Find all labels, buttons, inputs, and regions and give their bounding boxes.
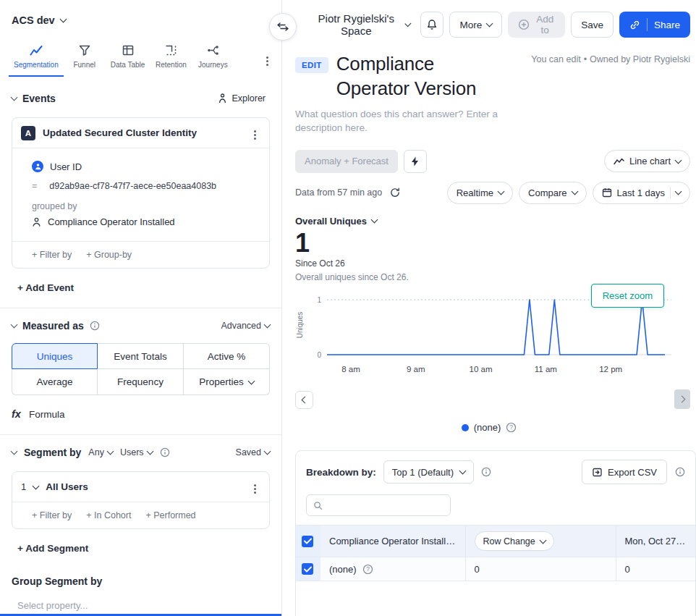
chart-type-selector[interactable]: Line chart — [604, 150, 690, 172]
group-by-button[interactable]: + Group-by — [86, 250, 132, 260]
segment-menu-button[interactable] — [250, 478, 260, 495]
top-bar: Piotr Rygielski's Space More Ad — [295, 12, 696, 38]
users-label: Users — [120, 447, 144, 457]
realtime-dropdown[interactable]: Realtime — [447, 182, 513, 204]
measure-frequency-button[interactable]: Frequency — [98, 369, 184, 395]
title-row: EDIT Compliance Operator Version You can… — [295, 52, 696, 101]
share-button[interactable]: Share — [619, 12, 690, 38]
segment-number: 1 — [21, 481, 26, 492]
chevron-down-icon — [675, 156, 682, 164]
formula-button[interactable]: fx Formula — [0, 395, 76, 420]
row-change-selector[interactable]: Row Change — [475, 531, 554, 551]
date-range-label: Last 1 days — [617, 187, 666, 198]
measure-properties-button[interactable]: Properties — [184, 369, 270, 395]
reset-zoom-button[interactable]: Reset zoom — [591, 284, 664, 308]
chevron-down-icon — [11, 94, 18, 101]
measure-active-pct-button[interactable]: Active % — [184, 343, 270, 369]
project-selector[interactable]: ACS dev — [0, 0, 281, 35]
segment-by-title: Segment by — [24, 447, 81, 458]
breakdown-label: Breakdown by: — [306, 467, 376, 478]
breakdown-header: Breakdown by: Top 1 (Default) Export CSV — [296, 451, 695, 493]
segment-in-cohort-button[interactable]: + In Cohort — [86, 510, 131, 520]
chevron-down-icon — [146, 448, 153, 455]
add-to-button[interactable]: Add to — [508, 12, 565, 38]
formula-label: Formula — [29, 409, 65, 420]
tab-funnel[interactable]: Funnel — [64, 41, 106, 77]
breakdown-search[interactable] — [306, 494, 451, 516]
collapse-sidebar-button[interactable] — [269, 13, 297, 41]
lightning-icon — [411, 156, 419, 166]
select-all-checkbox[interactable] — [302, 536, 313, 547]
refresh-button[interactable] — [389, 186, 402, 199]
retention-icon — [165, 45, 177, 56]
measured-as-header: Measured as Advanced — [0, 308, 281, 340]
breakdown-actions: Export CSV — [582, 460, 685, 484]
collapse-events-button[interactable] — [12, 97, 17, 100]
date-range-selector[interactable]: Last 1 days — [593, 182, 691, 204]
info-icon[interactable] — [160, 447, 170, 457]
chart-legend: (none) ? — [295, 422, 683, 433]
svg-text:?: ? — [509, 424, 513, 431]
collapse-measured-button[interactable] — [12, 324, 17, 327]
segment-performed-button[interactable]: + Performed — [145, 510, 195, 520]
info-icon[interactable] — [481, 467, 491, 477]
table-row: (none) ? 0 0 — [296, 557, 695, 581]
row-checkbox[interactable] — [302, 563, 313, 575]
breakdown-selector[interactable]: Top 1 (Default) — [383, 460, 474, 484]
space-selector[interactable]: Piotr Rygielski's Space — [307, 12, 415, 38]
collapse-segment-button[interactable] — [12, 451, 17, 454]
save-button[interactable]: Save — [571, 12, 614, 38]
more-chart-types-button[interactable] — [260, 46, 274, 72]
segment-name: All Users — [46, 481, 242, 492]
segment-users-dropdown[interactable]: Users — [120, 447, 153, 457]
info-icon[interactable] — [675, 467, 685, 477]
row-name: (none) — [329, 564, 357, 575]
tab-label: Retention — [156, 61, 187, 69]
measure-event-totals-button[interactable]: Event Totals — [98, 343, 184, 369]
select-property-input[interactable]: Select property... — [0, 587, 99, 611]
chart-title[interactable]: Compliance Operator Version — [336, 52, 510, 101]
chevron-down-icon — [59, 16, 67, 23]
tab-data-table[interactable]: Data Table — [106, 41, 150, 77]
help-icon[interactable]: ? — [506, 422, 517, 433]
help-icon[interactable]: ? — [362, 564, 373, 575]
description-placeholder[interactable]: What question does this chart answer? En… — [295, 107, 538, 135]
group-property-row[interactable]: Compliance Operator Installed — [32, 216, 260, 227]
next-page-button[interactable] — [674, 389, 690, 409]
advanced-label: Advanced — [221, 321, 261, 331]
bell-icon — [426, 19, 438, 30]
tab-segmentation[interactable]: Segmentation — [9, 41, 64, 77]
saved-segments-dropdown[interactable]: Saved — [236, 447, 270, 457]
more-button[interactable]: More — [449, 12, 502, 38]
measure-average-button[interactable]: Average — [12, 369, 98, 395]
segment-filter-by-button[interactable]: + Filter by — [32, 510, 72, 520]
filter-property-row[interactable]: User ID — [32, 161, 260, 172]
chevron-down-icon — [247, 377, 255, 384]
insights-button[interactable] — [404, 150, 427, 173]
event-card-header[interactable]: A Updated Secured Cluster Identity — [12, 118, 269, 148]
anomaly-forecast-button[interactable]: Anomaly + Forecast — [295, 150, 398, 173]
explorer-button[interactable]: Explorer — [213, 93, 270, 104]
add-segment-button[interactable]: + Add Segment — [0, 529, 106, 554]
event-card: A Updated Secured Cluster Identity User … — [12, 117, 270, 269]
save-label: Save — [581, 20, 603, 30]
info-icon[interactable] — [90, 321, 100, 331]
filter-by-button[interactable]: + Filter by — [32, 250, 72, 260]
metric-selector[interactable]: Overall Uniques — [295, 216, 377, 227]
export-csv-button[interactable]: Export CSV — [582, 460, 667, 484]
notifications-button[interactable] — [420, 12, 444, 38]
add-event-button[interactable]: + Add Event — [0, 269, 91, 293]
event-menu-button[interactable] — [250, 125, 260, 141]
tab-journeys[interactable]: Journeys — [192, 41, 234, 77]
segment-any-dropdown[interactable]: Any — [88, 447, 113, 457]
measure-uniques-button[interactable]: Uniques — [12, 343, 98, 369]
line-chart-icon — [30, 46, 43, 56]
breakdown-search-input[interactable] — [327, 499, 444, 512]
advanced-dropdown[interactable]: Advanced — [221, 321, 270, 331]
tab-retention[interactable]: Retention — [150, 41, 192, 77]
filter-value-row[interactable]: = d92ab9ae-cf78-47f7-aece-ee50eaa4083b — [32, 181, 260, 191]
filter-value: d92ab9ae-cf78-47f7-aece-ee50eaa4083b — [49, 181, 216, 191]
prev-page-button[interactable] — [295, 391, 313, 409]
segment-card-header[interactable]: 1 All Users — [12, 472, 269, 502]
compare-dropdown[interactable]: Compare — [519, 182, 586, 204]
